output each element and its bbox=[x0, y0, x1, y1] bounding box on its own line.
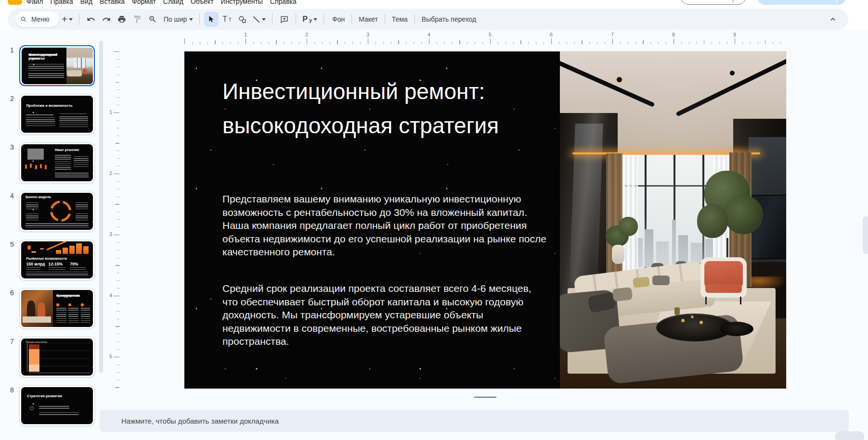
thumb-stat: 12-15% bbox=[49, 262, 63, 266]
slide-thumbnail-6[interactable]: 6 Конкурентные преимущества bbox=[19, 288, 95, 329]
slide-title[interactable]: Инвестиционный ремонт: высокодоходная ст… bbox=[222, 75, 569, 143]
photo-spotlight bbox=[730, 71, 735, 75]
menu-insert[interactable]: Вставка bbox=[100, 0, 125, 5]
thumb-text-lines bbox=[55, 155, 71, 170]
ruler-ticks bbox=[114, 51, 119, 389]
toolbar-divider bbox=[415, 14, 415, 24]
toolbar-divider bbox=[79, 13, 79, 25]
slide-thumbnail-7[interactable]: 7 Текущие результаты bbox=[19, 337, 95, 377]
py-dropdown-button[interactable]: Ру bbox=[300, 12, 319, 27]
slide-photo-living-room[interactable] bbox=[560, 51, 786, 389]
photo-table-vase bbox=[674, 307, 680, 315]
undo-icon bbox=[87, 15, 95, 24]
slide-thumbnail-3[interactable]: 3 Наше решение bbox=[19, 142, 95, 183]
thumb-title: Стратегия развития bbox=[27, 394, 62, 399]
transition-button[interactable]: Выбрать переход bbox=[418, 15, 480, 23]
toolbar-divider bbox=[296, 13, 296, 25]
thumb-text-lines bbox=[39, 412, 78, 415]
ruler-ticks bbox=[184, 38, 786, 44]
slide-thumbnail-8[interactable]: 8 Стратегия развития bbox=[19, 385, 95, 426]
search-menus-button[interactable]: Меню bbox=[15, 12, 59, 27]
thumb-art-cloud bbox=[40, 248, 44, 250]
notes-resize-handle[interactable] bbox=[474, 397, 496, 398]
text-box-button[interactable]: Tт bbox=[220, 12, 234, 27]
layout-button[interactable]: Макет bbox=[355, 15, 382, 23]
thumb-text-lines bbox=[26, 223, 89, 227]
insert-comment-button[interactable] bbox=[277, 12, 291, 27]
slide-number: 1 bbox=[7, 46, 17, 54]
photo-pillow bbox=[612, 287, 633, 302]
print-button[interactable] bbox=[115, 12, 129, 27]
slide-thumbnail-1[interactable]: 1 Инвестиционный ремонт: высокодоходная … bbox=[19, 45, 95, 86]
slide-thumbnail-4[interactable]: 4 Бизнес-модель bbox=[19, 191, 95, 232]
photo-coffee-table bbox=[720, 322, 753, 336]
add-slide-button[interactable]: + bbox=[60, 12, 75, 27]
thumb-text-lines bbox=[76, 202, 88, 209]
thumb-text-lines bbox=[56, 312, 66, 323]
thumb-text-lines bbox=[68, 312, 78, 323]
background-button[interactable]: Фон bbox=[328, 15, 349, 23]
zoom-button[interactable] bbox=[145, 12, 160, 27]
photo-cup bbox=[700, 321, 703, 324]
chevron-up-icon bbox=[829, 15, 837, 23]
collapse-toolbar-button[interactable] bbox=[829, 15, 837, 23]
thumb-text-lines bbox=[76, 214, 88, 220]
menu-help[interactable]: Справка bbox=[270, 0, 297, 5]
main-toolbar: Меню + По шир Tт bbox=[8, 9, 848, 30]
thumb-photo bbox=[21, 290, 53, 327]
corner-panel-tab[interactable] bbox=[835, 431, 864, 440]
menu-format[interactable]: Формат bbox=[132, 0, 156, 5]
thumb-text-lines bbox=[49, 267, 66, 270]
canvas-scrollbar[interactable] bbox=[863, 216, 868, 254]
menu-view[interactable]: Вид bbox=[80, 0, 92, 5]
menu-tools[interactable]: Инструменты bbox=[221, 0, 263, 5]
paint-format-button[interactable] bbox=[130, 12, 144, 27]
theme-button[interactable]: Тема bbox=[388, 15, 412, 23]
thumb-step-circle bbox=[30, 406, 34, 410]
workspace: 1 Инвестиционный ремонт: высокодоходная … bbox=[0, 30, 868, 440]
thumb-art-bars bbox=[56, 243, 89, 254]
photo-plant bbox=[697, 204, 728, 238]
slide-number: 5 bbox=[7, 240, 17, 248]
thumb-title: Проблема и возможность bbox=[26, 104, 72, 108]
slide-paragraph-2[interactable]: Средний срок реализации проекта составля… bbox=[222, 282, 549, 348]
search-icon bbox=[20, 16, 27, 23]
thumb7-chart-bars bbox=[29, 343, 89, 372]
redo-button[interactable] bbox=[99, 12, 114, 27]
toolbar-divider bbox=[324, 13, 324, 25]
photo-vase bbox=[612, 245, 624, 264]
photo-armchair-leg bbox=[740, 297, 741, 304]
thumb-title: Бизнес-модель bbox=[26, 195, 51, 200]
vertical-ruler: 1 2 3 4 5 bbox=[108, 51, 119, 389]
text-box-icon: T bbox=[222, 15, 227, 24]
undo-button[interactable] bbox=[84, 12, 98, 27]
speaker-notes-input[interactable]: Нажмите, чтобы добавить заметки докладчи… bbox=[100, 410, 849, 432]
select-tool-button[interactable] bbox=[204, 12, 219, 27]
thumb-photo bbox=[21, 144, 52, 181]
line-tool-button[interactable] bbox=[250, 12, 268, 27]
photo-pillow bbox=[652, 276, 670, 285]
select-cursor-icon bbox=[207, 15, 216, 24]
shape-tool-button[interactable] bbox=[235, 12, 249, 27]
print-icon bbox=[117, 15, 126, 24]
thumb-text-lines bbox=[55, 173, 89, 178]
menu-object[interactable]: Объект bbox=[191, 0, 214, 5]
menu-file[interactable]: Файл bbox=[26, 0, 43, 5]
thumb-text-lines bbox=[74, 156, 89, 168]
zoom-fit-dropdown[interactable]: По шир bbox=[161, 12, 195, 27]
slideshow-button[interactable] bbox=[680, 0, 746, 5]
thumb-text-lines bbox=[39, 406, 69, 410]
thumb-chart-axis bbox=[27, 343, 27, 372]
menu-slide[interactable]: Слайд bbox=[163, 0, 183, 5]
menu-edit[interactable]: Правка bbox=[50, 0, 73, 5]
thumb-art-balloon bbox=[27, 245, 31, 250]
slide-paragraph-1[interactable]: Представляем вашему вниманию уникальную … bbox=[222, 192, 549, 259]
toolbar-divider bbox=[199, 13, 200, 25]
thumb-photo bbox=[66, 48, 93, 84]
share-button[interactable] bbox=[757, 0, 846, 5]
current-slide[interactable]: Инвестиционный ремонт: высокодоходная ст… bbox=[184, 51, 786, 389]
slide-thumbnail-5[interactable]: 5 Рыночные возможности 150 млрд 12-15% 7… bbox=[19, 239, 95, 280]
slide-filmstrip: 1 Инвестиционный ремонт: высокодоходная … bbox=[0, 30, 99, 440]
chevron-down-icon bbox=[189, 18, 193, 21]
slide-thumbnail-2[interactable]: 2 Проблема и возможность bbox=[19, 94, 95, 135]
